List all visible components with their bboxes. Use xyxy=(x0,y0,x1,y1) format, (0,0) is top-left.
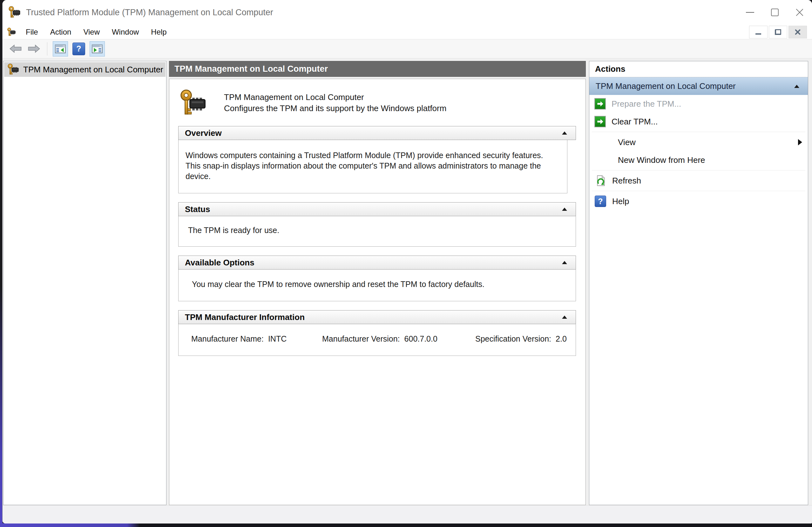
action-refresh[interactable]: Refresh xyxy=(589,172,808,190)
tree-item-label: TPM Management on Local Computer xyxy=(23,65,163,75)
child-minimize-icon xyxy=(755,33,761,35)
section-status: Status The TPM is ready for use. xyxy=(178,202,576,247)
manufacturer-name-field: Manufacturer Name:INTC xyxy=(191,334,322,344)
actions-separator xyxy=(592,132,805,132)
console-tree-icon xyxy=(55,43,66,55)
close-icon xyxy=(796,8,804,16)
menu-help[interactable]: Help xyxy=(145,28,173,36)
close-button[interactable] xyxy=(787,0,812,25)
action-new-window[interactable]: New Window from Here xyxy=(589,151,808,169)
toolbar-help-button[interactable] xyxy=(71,41,86,57)
collapse-button[interactable] xyxy=(792,81,801,91)
console-key-icon xyxy=(7,27,16,37)
actions-separator xyxy=(592,191,805,191)
collapse-icon xyxy=(562,208,567,211)
child-restore-icon xyxy=(775,30,781,35)
child-close-icon xyxy=(795,29,801,35)
help-icon xyxy=(72,43,85,55)
help-icon xyxy=(594,195,607,207)
section-available-options-header[interactable]: Available Options xyxy=(178,256,576,270)
actions-group-title: TPM Management on Local Computer xyxy=(596,81,736,91)
menu-file[interactable]: File xyxy=(20,28,44,36)
window-title: Trusted Platform Module (TPM) Management… xyxy=(26,7,273,17)
actions-pane-title: Actions xyxy=(589,61,808,77)
collapse-icon xyxy=(794,85,799,88)
console-tree-pane: TPM Management on Local Computer xyxy=(3,61,166,505)
green-arrow-icon xyxy=(594,116,606,127)
collapse-icon xyxy=(562,261,567,264)
tpm-key-icon xyxy=(179,89,209,118)
sections: Overview Windows computers containing a … xyxy=(178,126,576,356)
maximize-icon xyxy=(771,9,779,16)
desktop-accent-bottom xyxy=(0,523,812,527)
manufacturer-name-label: Manufacturer Name: xyxy=(191,334,264,343)
green-arrow-icon xyxy=(594,98,606,109)
show-console-tree-button[interactable] xyxy=(53,41,68,57)
section-available-options: Available Options You may clear the TPM … xyxy=(178,256,576,301)
banner-text: TPM Management on Local Computer Configu… xyxy=(224,92,446,114)
menu-action[interactable]: Action xyxy=(44,28,77,36)
action-help[interactable]: Help xyxy=(589,192,808,210)
title-bar: Trusted Platform Module (TPM) Management… xyxy=(2,0,812,25)
manufacturer-name-value: INTC xyxy=(268,334,287,343)
manufacturer-version-label: Manufacturer Version: xyxy=(322,334,400,343)
specification-version-field: Specification Version:2.0 xyxy=(475,334,567,344)
section-manufacturer-info: TPM Manufacturer Information Manufacture… xyxy=(178,310,576,356)
back-button[interactable] xyxy=(9,44,22,54)
action-view[interactable]: View xyxy=(589,133,808,151)
section-overview-header[interactable]: Overview xyxy=(178,126,576,140)
results-pane: TPM Management on Local Computer TPM Man… xyxy=(169,61,586,505)
menu-bar: File Action View Window Help xyxy=(2,25,812,39)
results-body: TPM Management on Local Computer Configu… xyxy=(169,79,586,505)
tpm-key-icon xyxy=(8,6,21,19)
minimize-icon xyxy=(746,12,754,13)
manufacturer-version-field: Manufacturer Version:600.7.0.0 xyxy=(322,334,475,344)
actions-separator xyxy=(592,170,805,170)
toolbar xyxy=(2,39,812,58)
refresh-icon xyxy=(594,175,607,187)
minimize-button[interactable] xyxy=(738,0,763,25)
section-manufacturer-info-title: TPM Manufacturer Information xyxy=(185,312,305,322)
collapse-button[interactable] xyxy=(560,128,569,138)
manufacturer-version-value: 600.7.0.0 xyxy=(404,334,437,343)
section-available-options-title: Available Options xyxy=(185,258,255,268)
menu-view[interactable]: View xyxy=(77,28,106,36)
actions-group-header[interactable]: TPM Management on Local Computer xyxy=(589,77,808,95)
maximize-button[interactable] xyxy=(763,0,787,25)
forward-button[interactable] xyxy=(28,44,40,54)
section-overview-body: Windows computers containing a Trusted P… xyxy=(178,140,567,193)
tpm-management-window: Trusted Platform Module (TPM) Management… xyxy=(2,0,812,524)
section-manufacturer-info-header[interactable]: TPM Manufacturer Information xyxy=(178,310,576,324)
section-manufacturer-info-body: Manufacturer Name:INTC Manufacturer Vers… xyxy=(178,324,576,356)
toolbar-separator xyxy=(47,42,47,56)
collapse-button[interactable] xyxy=(560,205,569,214)
tree-item-tpm-management[interactable]: TPM Management on Local Computer xyxy=(4,62,165,77)
section-status-header[interactable]: Status xyxy=(178,202,576,216)
collapse-icon xyxy=(562,132,567,135)
action-refresh-label: Refresh xyxy=(612,176,641,186)
action-prepare-tpm[interactable]: Prepare the TPM... xyxy=(589,95,808,113)
section-status-body: The TPM is ready for use. xyxy=(178,216,576,247)
menu-window[interactable]: Window xyxy=(106,28,145,36)
child-restore-button[interactable] xyxy=(769,26,787,39)
banner-subtitle: Configures the TPM and its support by th… xyxy=(224,103,446,114)
action-clear-tpm-label: Clear TPM... xyxy=(611,117,657,127)
collapse-button[interactable] xyxy=(560,312,569,322)
section-status-title: Status xyxy=(185,205,210,214)
collapse-icon xyxy=(562,316,567,319)
section-available-options-body: You may clear the TPM to remove ownershi… xyxy=(178,270,576,301)
action-pane-icon xyxy=(91,43,103,55)
child-minimize-button[interactable] xyxy=(749,26,768,39)
child-close-button[interactable] xyxy=(788,26,807,39)
results-header-title: TPM Management on Local Computer xyxy=(174,64,328,74)
action-new-window-label: New Window from Here xyxy=(618,155,705,165)
main-area: TPM Management on Local Computer TPM Man… xyxy=(2,58,812,505)
tpm-banner: TPM Management on Local Computer Configu… xyxy=(169,79,585,118)
action-clear-tpm[interactable]: Clear TPM... xyxy=(589,113,808,131)
banner-title: TPM Management on Local Computer xyxy=(224,92,446,103)
collapse-button[interactable] xyxy=(560,258,569,267)
show-action-pane-button[interactable] xyxy=(90,41,105,57)
results-header: TPM Management on Local Computer xyxy=(169,61,586,77)
action-prepare-tpm-label: Prepare the TPM... xyxy=(611,99,681,109)
actions-pane: Actions TPM Management on Local Computer… xyxy=(589,61,808,505)
